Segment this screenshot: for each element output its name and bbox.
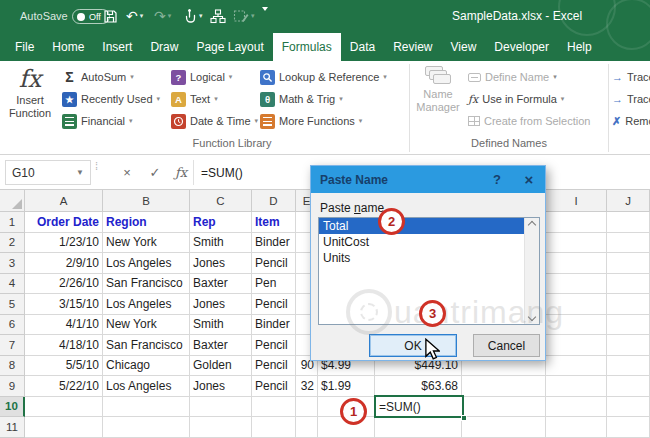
cell-C5[interactable]: Jones bbox=[190, 294, 252, 315]
cell-J2[interactable] bbox=[607, 233, 650, 254]
ribbon-button-financial[interactable]: Financial▾ bbox=[62, 114, 171, 129]
cell-J9[interactable] bbox=[607, 376, 650, 397]
list-item-unitcost[interactable]: UnitCost bbox=[319, 234, 539, 250]
close-icon[interactable]: × bbox=[513, 171, 545, 188]
cell-J8[interactable] bbox=[607, 356, 650, 377]
cell-J1[interactable] bbox=[607, 212, 650, 233]
cell-I4[interactable] bbox=[546, 274, 607, 295]
cell-J5[interactable] bbox=[607, 294, 650, 315]
tab-home[interactable]: Home bbox=[43, 33, 93, 61]
cell-B6[interactable]: New York bbox=[103, 315, 190, 336]
cell-A10[interactable] bbox=[25, 397, 103, 418]
cell-A8[interactable]: 5/5/10 bbox=[25, 356, 103, 377]
cell-J11[interactable] bbox=[607, 417, 650, 438]
cell-D9[interactable]: Pencil bbox=[252, 376, 296, 397]
cell-B4[interactable]: San Francisco bbox=[103, 274, 190, 295]
col-header-D[interactable]: D bbox=[252, 190, 296, 212]
cell-H10[interactable] bbox=[462, 397, 546, 418]
tab-page-layout[interactable]: Page Layout bbox=[187, 33, 272, 61]
cell-B8[interactable]: Chicago bbox=[103, 356, 190, 377]
ribbon-button-date-time[interactable]: Date & Time▾ bbox=[171, 114, 260, 129]
cancel-entry-icon[interactable]: × bbox=[114, 160, 140, 185]
cell-C11[interactable] bbox=[190, 417, 252, 438]
ribbon-button-recently-used[interactable]: ★Recently Used▾ bbox=[62, 92, 171, 107]
cell-C7[interactable]: Baxter bbox=[190, 335, 252, 356]
tab-insert[interactable]: Insert bbox=[93, 33, 141, 61]
cell-I11[interactable] bbox=[546, 417, 607, 438]
row-header-4[interactable]: 4 bbox=[0, 274, 25, 295]
ribbon-button-define-name[interactable]: Define Name▾ bbox=[468, 71, 590, 83]
cell-A7[interactable]: 4/18/10 bbox=[25, 335, 103, 356]
cell-H9[interactable] bbox=[462, 376, 546, 397]
cell-A3[interactable]: 2/9/10 bbox=[25, 253, 103, 274]
cell-G9[interactable]: $63.68 bbox=[375, 376, 462, 397]
ribbon-button-autosum[interactable]: ΣAutoSum▾ bbox=[62, 70, 171, 85]
select-all-corner[interactable] bbox=[0, 190, 25, 212]
name-box[interactable]: G10 ▼ bbox=[5, 160, 91, 185]
ok-button[interactable]: OK bbox=[369, 334, 457, 357]
ribbon-button-logical[interactable]: ?Logical▾ bbox=[171, 70, 260, 85]
tab-developer[interactable]: Developer bbox=[485, 33, 558, 61]
cell-B3[interactable]: Los Angeles bbox=[103, 253, 190, 274]
fill-handle[interactable] bbox=[461, 415, 467, 421]
cell-B2[interactable]: New York bbox=[103, 233, 190, 254]
cell-J7[interactable] bbox=[607, 335, 650, 356]
cell-I2[interactable] bbox=[546, 233, 607, 254]
customize-toolbar-icon[interactable] bbox=[262, 11, 268, 29]
scrollbar[interactable] bbox=[524, 218, 539, 324]
row-header-2[interactable]: 2 bbox=[0, 233, 25, 254]
row-header-3[interactable]: 3 bbox=[0, 253, 25, 274]
row-header-10[interactable]: 10 bbox=[0, 397, 25, 418]
touch-mode-icon[interactable]: ▾ bbox=[182, 7, 203, 25]
cell-I6[interactable] bbox=[546, 315, 607, 336]
insert-function-button[interactable]: fx Insert Function bbox=[3, 64, 57, 146]
cell-I7[interactable] bbox=[546, 335, 607, 356]
cell-B9[interactable]: Los Angeles bbox=[103, 376, 190, 397]
undo-icon[interactable]: ↶▾ bbox=[126, 7, 143, 25]
scroll-down-icon[interactable] bbox=[528, 313, 536, 321]
redo-icon[interactable]: ↷▾ bbox=[154, 7, 171, 25]
ribbon-button-use-in-formula[interactable]: ƒxUse in Formula▾ bbox=[468, 93, 590, 106]
cell-A4[interactable]: 2/26/10 bbox=[25, 274, 103, 295]
cell-C4[interactable]: Baxter bbox=[190, 274, 252, 295]
tab-draw[interactable]: Draw bbox=[141, 33, 187, 61]
row-header-5[interactable]: 5 bbox=[0, 294, 25, 315]
active-cell[interactable]: =SUM() bbox=[374, 395, 464, 418]
cell-D4[interactable]: Pen bbox=[252, 274, 296, 295]
cell-I10[interactable] bbox=[546, 397, 607, 418]
cell-D6[interactable]: Binder bbox=[252, 315, 296, 336]
cell-J3[interactable] bbox=[607, 253, 650, 274]
cell-A2[interactable]: 1/23/10 bbox=[25, 233, 103, 254]
tab-review[interactable]: Review bbox=[384, 33, 441, 61]
list-item-total[interactable]: Total bbox=[319, 218, 539, 234]
cell-E9[interactable]: 32 bbox=[296, 376, 318, 397]
cell-J4[interactable] bbox=[607, 274, 650, 295]
ribbon-button-remove-arrows[interactable]: ✗Remove Arrows bbox=[612, 115, 650, 128]
cell-C2[interactable]: Smith bbox=[190, 233, 252, 254]
cell-I8[interactable] bbox=[546, 356, 607, 377]
col-header-I[interactable]: I bbox=[546, 190, 607, 212]
selection-pen-icon[interactable]: ▾ bbox=[233, 7, 255, 25]
ribbon-button-math-trig[interactable]: θMath & Trig▾ bbox=[260, 92, 407, 107]
cell-D2[interactable]: Binder bbox=[252, 233, 296, 254]
cell-D5[interactable]: Pencil bbox=[252, 294, 296, 315]
chevron-down-icon[interactable]: ▼ bbox=[76, 168, 84, 177]
tab-formulas[interactable]: Formulas bbox=[273, 33, 341, 61]
cell-A5[interactable]: 3/15/10 bbox=[25, 294, 103, 315]
cell-B10[interactable] bbox=[103, 397, 190, 418]
cell-I1[interactable] bbox=[546, 212, 607, 233]
cell-A1[interactable]: Order Date bbox=[25, 212, 103, 233]
cell-J10[interactable] bbox=[607, 397, 650, 418]
org-chart-icon[interactable] bbox=[210, 7, 226, 25]
tab-data[interactable]: Data bbox=[341, 33, 384, 61]
save-icon[interactable] bbox=[103, 7, 118, 25]
cell-B1[interactable]: Region bbox=[103, 212, 190, 233]
ribbon-button-trace-precedents[interactable]: →Trace Precedents bbox=[612, 71, 650, 83]
col-header-A[interactable]: A bbox=[25, 190, 103, 212]
tab-help[interactable]: Help bbox=[558, 33, 601, 61]
cell-C1[interactable]: Rep bbox=[190, 212, 252, 233]
cancel-button[interactable]: Cancel bbox=[473, 334, 540, 357]
ribbon-button-create-from-selection[interactable]: Create from Selection bbox=[468, 115, 590, 127]
list-item-units[interactable]: Units bbox=[319, 250, 539, 266]
row-header-11[interactable]: 11 bbox=[0, 417, 25, 438]
